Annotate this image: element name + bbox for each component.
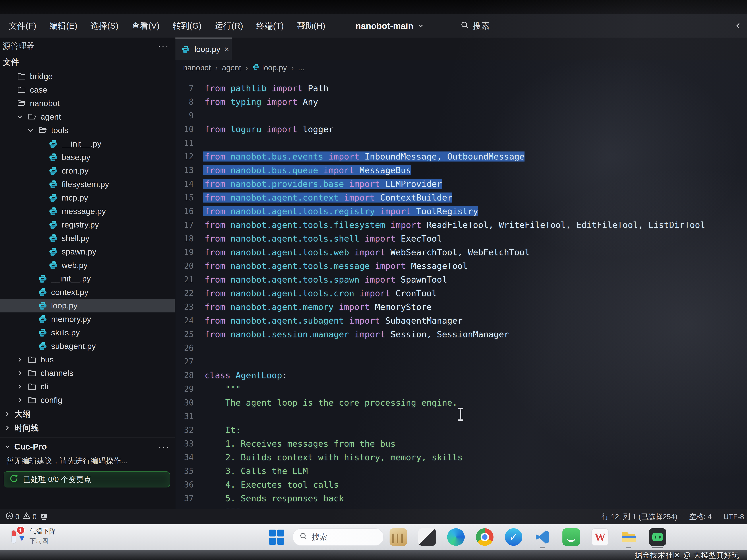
tree-item-tools[interactable]: tools xyxy=(0,124,175,137)
indent-setting[interactable]: 空格: 4 xyxy=(689,512,712,522)
file-explorer-icon[interactable] xyxy=(620,528,638,546)
chevron-down-icon xyxy=(27,127,34,134)
chrome-browser-icon[interactable] xyxy=(476,528,493,546)
python-file-icon xyxy=(38,315,47,324)
menu-item[interactable]: 编辑(E) xyxy=(43,14,84,37)
problems-errors[interactable]: 0 xyxy=(5,512,19,522)
sidebar-section-时间线[interactable]: 时间线 xyxy=(0,421,175,434)
tree-item-bridge[interactable]: bridge xyxy=(0,70,175,83)
menu-item[interactable]: 运行(R) xyxy=(208,14,250,37)
tree-item--init-py[interactable]: __init__.py xyxy=(0,272,175,286)
running-indicator xyxy=(626,547,632,548)
code-line: 30 The agent loop is the core processing… xyxy=(176,396,747,409)
problems-warnings[interactable]: 0 xyxy=(23,512,36,522)
breadcrumb-item[interactable]: nanobot xyxy=(183,63,211,72)
tree-item-message-py[interactable]: message.py xyxy=(0,205,175,218)
tree-item-cli[interactable]: cli xyxy=(0,380,175,393)
more-icon[interactable]: ··· xyxy=(158,41,169,51)
breadcrumb-item[interactable]: agent xyxy=(222,63,241,72)
snip-app-icon[interactable] xyxy=(418,528,436,546)
tree-item-shell-py[interactable]: shell.py xyxy=(0,232,175,245)
tree-item-memory-py[interactable]: memory.py xyxy=(0,313,175,326)
panel-icon[interactable] xyxy=(40,512,48,521)
code-token: nanobot.agent.tools.web xyxy=(230,247,354,257)
python-file-icon xyxy=(49,139,58,149)
tree-item-bus[interactable]: bus xyxy=(0,353,175,366)
line-number: 18 xyxy=(176,234,203,243)
cuepro-header[interactable]: Cue-Pro ··· xyxy=(4,439,170,454)
tree-item-channels[interactable]: channels xyxy=(0,366,175,380)
menu-item[interactable]: 查看(V) xyxy=(125,14,166,37)
edge-browser-icon[interactable] xyxy=(447,528,465,546)
code-line: 24from nanobot.agent.subagent import Sub… xyxy=(176,314,747,327)
project-switcher[interactable]: nanobot-main xyxy=(356,21,424,31)
code-token: import xyxy=(359,288,395,298)
sidebar-section-大纲[interactable]: 大纲 xyxy=(0,407,175,421)
tree-item-registry-py[interactable]: registry.py xyxy=(0,218,175,232)
tree-item-case[interactable]: case xyxy=(0,83,175,97)
tree-item-context-py[interactable]: context.py xyxy=(0,286,175,299)
cursor-position[interactable]: 行 12, 列 1 (已选择254) xyxy=(602,512,677,522)
tree-item-cron-py[interactable]: cron.py xyxy=(0,164,175,178)
robot-app-icon[interactable] xyxy=(649,528,666,546)
breadcrumb-item[interactable]: ... xyxy=(298,63,304,72)
code-line: 7from pathlib import Path xyxy=(176,81,747,95)
code-text: 3. Calls the LLM xyxy=(203,466,308,476)
menu-item[interactable]: 文件(F) xyxy=(2,14,43,37)
tree-item-filesystem-py[interactable]: filesystem.py xyxy=(0,178,175,191)
tree-item-mcp-py[interactable]: mcp.py xyxy=(0,191,175,205)
chevron-down-icon xyxy=(4,443,11,450)
code-view[interactable]: 7from pathlib import Path8from typing im… xyxy=(176,76,747,509)
tree-item-web-py[interactable]: web.py xyxy=(0,259,175,272)
quark-app-icon[interactable]: ✓ xyxy=(505,528,522,546)
code-token: from xyxy=(205,124,230,134)
wps-app-icon[interactable]: W xyxy=(591,528,609,546)
breadcrumb-label: agent xyxy=(222,63,241,72)
code-token: import xyxy=(349,179,385,189)
menu-item[interactable]: 选择(S) xyxy=(84,14,125,37)
python-file-icon xyxy=(49,153,58,162)
tree-item-loop-py[interactable]: loop.py xyxy=(0,299,175,313)
code-token: logger xyxy=(303,124,334,134)
tree-item-spawn-py[interactable]: spawn.py xyxy=(0,245,175,259)
encoding[interactable]: UTF-8 xyxy=(723,513,744,521)
menu-item[interactable]: 帮助(H) xyxy=(290,14,332,37)
vscode-app-icon[interactable] xyxy=(534,528,551,546)
gold-app-icon[interactable] xyxy=(390,528,407,546)
start-button[interactable] xyxy=(269,529,284,545)
tree-item-skills-py[interactable]: skills.py xyxy=(0,326,175,340)
breadcrumb-item[interactable]: loop.py xyxy=(252,63,287,72)
taskbar-search[interactable]: 搜索 xyxy=(292,528,384,546)
close-icon[interactable]: × xyxy=(224,44,229,54)
tree-item-base-py[interactable]: base.py xyxy=(0,151,175,164)
tree-item-subagent-py[interactable]: subagent.py xyxy=(0,340,175,353)
chevron-placeholder xyxy=(37,140,45,148)
chat-app-icon[interactable] xyxy=(562,528,580,546)
more-icon[interactable]: ··· xyxy=(158,441,170,452)
menubar-search[interactable]: 搜索 xyxy=(461,20,490,31)
line-number: 13 xyxy=(176,165,203,175)
menu-item[interactable]: 转到(G) xyxy=(166,14,208,37)
tree-item-nanobot[interactable]: nanobot xyxy=(0,97,175,110)
tab-loop-py[interactable]: loop.py × xyxy=(176,37,232,60)
chevron-placeholder xyxy=(5,73,13,80)
line-number: 38 xyxy=(176,507,203,509)
code-token: from xyxy=(205,83,230,93)
weather-widget[interactable]: ▼ 1 气温下降 下周四 xyxy=(10,527,56,545)
python-file-icon xyxy=(49,247,58,257)
tree-item-label: loop.py xyxy=(51,301,78,311)
code-token: import xyxy=(380,206,416,216)
menu-item[interactable]: 终端(T) xyxy=(250,14,290,37)
tree-item-agent[interactable]: agent xyxy=(0,110,175,124)
code-token: 1. Receives messages from the bus xyxy=(205,438,395,449)
line-number: 8 xyxy=(176,97,203,106)
code-token: """ xyxy=(205,507,241,509)
workspace-section-label[interactable]: 文件 xyxy=(0,54,175,70)
chevron-placeholder xyxy=(27,329,34,337)
tree-item-config[interactable]: config xyxy=(0,393,175,407)
folder-open-icon xyxy=(17,99,26,108)
chevron-placeholder xyxy=(5,100,13,107)
line-number: 25 xyxy=(176,329,203,339)
tree-item--init-py[interactable]: __init__.py xyxy=(0,137,175,151)
back-arrow-icon[interactable] xyxy=(734,22,742,30)
